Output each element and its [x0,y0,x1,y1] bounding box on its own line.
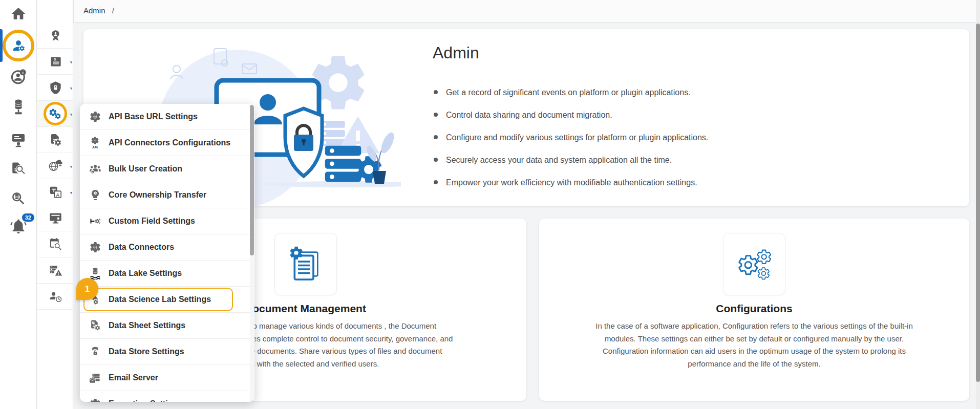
svg-text:+: + [92,170,94,174]
sidebar-item-billing[interactable]: $ [37,49,73,75]
feature-bullet: Empower your work efficiency with modifi… [433,178,945,187]
menu-item-custom-field-settings[interactable]: Custom Field Settings [80,208,254,234]
menu-item-label: Data Sheet Settings [109,321,185,330]
document-management-iconbox [274,233,337,295]
card-title: Configurations [539,303,969,315]
configurations-icon [734,244,775,285]
gear-database-icon [89,241,101,253]
menu-item-label: API Base URL Settings [109,112,198,121]
sidebar-item-audit-logs[interactable] [0,160,37,178]
topbar-divider [73,0,74,23]
sidebar-item-user-settings[interactable] [0,29,37,62]
breadcrumb-separator: / [112,6,114,15]
menu-item-data-lake-settings[interactable]: Data Lake Settings [80,261,254,287]
sidebar-item-user-info[interactable]: i [0,68,37,85]
secondary-sidebar: $ [37,0,73,409]
menu-item-label: Execution Settings [109,399,182,402]
menu-item-label: Data Connectors [109,243,174,252]
menu-item-label: Data Store Settings [109,347,184,356]
sidebar-item-notifications[interactable]: 32 [0,217,37,238]
menu-item-label: Data Science Lab Settings [109,295,211,304]
audit-log-search-icon [10,161,27,177]
data-search-icon [10,190,27,207]
configurations-card[interactable]: Configurations In the case of a software… [539,219,969,401]
menu-item-data-sheet-settings[interactable]: Data Sheet Settings [80,313,254,339]
row-caret-icon [70,192,72,195]
bulb-gear-icon [89,189,101,201]
admin-feature-list: Get a record of significant events on pl… [433,88,945,187]
menu-item-data-store-settings[interactable]: Data Store Settings [80,339,254,365]
breadcrumb-current[interactable]: Admin [83,6,105,15]
page-scrollbar-thumb[interactable] [976,24,980,382]
svg-text:API: API [92,145,98,149]
security-shield-icon [49,81,62,95]
page-scrollbar-track[interactable] [976,0,980,409]
gear-database-icon [89,111,101,123]
database-lock-icon [89,346,101,358]
svg-text:i: i [22,70,23,75]
notification-count-badge: 32 [22,213,34,222]
globe-transfer-icon [49,159,62,173]
email-server-icon [89,372,101,384]
menu-item-label: Core Ownership Transfer [109,190,206,200]
home-icon [10,6,27,22]
api-connector-icon: API [89,137,101,149]
feature-bullet: Configure and modify various settings fo… [433,133,945,142]
sidebar-item-file-settings[interactable] [37,127,73,153]
data-lake-icon [89,267,101,279]
sidebar-item-settings[interactable] [37,101,73,127]
sidebar-item-data-sources[interactable] [0,98,37,117]
settings-gears-icon [49,107,62,121]
menu-item-label: Email Server [109,373,158,382]
sidebar-item-training[interactable] [0,131,37,149]
user-activity-icon [49,290,62,304]
menu-item-execution-settings[interactable]: Execution Settings [80,391,254,402]
sheet-gear-icon [89,319,101,332]
menu-item-data-connectors[interactable]: Data Connectors [80,234,254,261]
settings-dropdown-menu: API Base URL Settings API API Connectors… [80,104,254,402]
sidebar-item-security[interactable] [37,75,73,101]
row-caret-icon [70,61,72,64]
card-description: In the case of a software application, C… [588,320,921,370]
sidebar-item-server-health[interactable] [37,257,73,284]
document-management-icon [285,244,326,285]
sidebar-item-certificates[interactable] [37,205,73,231]
custom-field-icon [89,215,101,227]
training-board-icon [10,132,27,148]
row-caret-icon [70,88,72,90]
menu-item-label: Bulk User Creation [109,164,182,174]
certificate-monitor-icon [49,211,62,225]
menu-item-data-science-lab-settings[interactable]: Data Science Lab Settings [80,287,254,313]
menu-item-bulk-user-creation[interactable]: + Bulk User Creation [80,156,254,182]
row-caret-icon [70,166,72,168]
file-settings-icon [49,133,62,147]
sidebar-item-user-activity[interactable] [37,284,73,310]
highlight-ring [3,30,34,61]
user-settings-icon [11,38,26,53]
step-indicator-badge: 1 [76,278,98,300]
user-award-icon [49,29,62,42]
bulk-users-icon: + [89,163,101,175]
highlight-ring [44,102,67,125]
sidebar-item-data-search[interactable] [0,189,37,208]
configurations-iconbox [723,233,785,295]
database-network-icon [10,99,27,116]
calendar-search-icon [49,238,62,251]
menu-item-api-base-url[interactable]: API Base URL Settings [80,104,254,130]
feature-bullet: Control data sharing and document migrat… [433,111,945,120]
topbar: Admin / [37,0,980,23]
menu-item-api-connectors[interactable]: API API Connectors Configurations [80,130,254,156]
menu-item-email-server[interactable]: Email Server [80,365,254,391]
menu-scrollbar-thumb[interactable] [250,105,254,255]
sidebar-item-user-award[interactable] [37,23,73,49]
sidebar-item-schedule-search[interactable] [37,231,73,257]
sidebar-item-web-transfer[interactable] [37,153,73,179]
gear-icon [89,398,101,402]
menu-item-core-ownership-transfer[interactable]: Core Ownership Transfer [80,182,254,208]
feature-bullet: Securely access your data and system app… [433,156,945,165]
svg-text:$: $ [54,57,56,61]
page-title: Admin [433,44,945,62]
sidebar-item-home[interactable] [0,5,37,23]
server-alert-icon [49,264,62,277]
sidebar-item-language[interactable] [37,179,73,205]
